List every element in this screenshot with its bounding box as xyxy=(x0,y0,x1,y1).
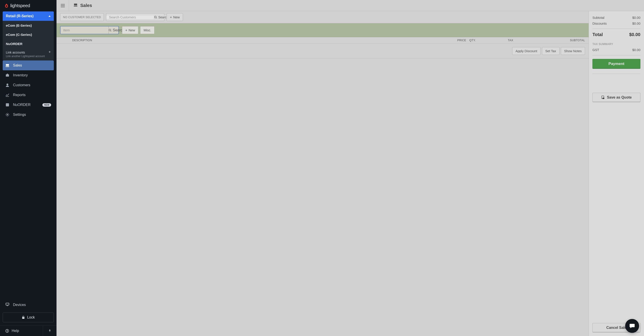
svg-point-4 xyxy=(6,83,8,85)
customer-search-button[interactable]: Search xyxy=(154,15,168,19)
svg-rect-10 xyxy=(22,317,24,319)
payment-button[interactable]: Payment xyxy=(592,59,640,69)
item-search-input[interactable] xyxy=(60,26,109,34)
th-tax: TAX xyxy=(482,39,513,42)
th-price: PRICE xyxy=(446,39,466,42)
svg-line-19 xyxy=(156,18,157,18)
logo-text: lightspeed xyxy=(10,3,30,8)
new-item-button[interactable]: + New xyxy=(122,26,138,34)
svg-point-20 xyxy=(109,29,111,31)
subtotal-value: $0.00 xyxy=(632,16,640,19)
misc-button[interactable]: Misc. xyxy=(140,26,154,34)
sidebar: lightspeed Retail (R-Series) eCom (E-Ser… xyxy=(0,0,56,336)
main: Sales NO CUSTOMER SELECTED Search + New xyxy=(56,0,644,336)
lightspeed-flame-icon xyxy=(4,3,9,8)
nav: Sales Inventory Customers Reports NuORDE… xyxy=(3,60,54,120)
topbar: Sales xyxy=(56,0,644,11)
series-option-nuorder[interactable]: NuORDER xyxy=(3,39,54,48)
sidebar-item-label: NuORDER xyxy=(13,103,30,107)
nuorder-icon xyxy=(6,103,10,107)
content: NO CUSTOMER SELECTED Search + New xyxy=(56,11,644,336)
th-description: DESCRIPTION xyxy=(72,39,446,42)
svg-rect-3 xyxy=(7,74,8,74)
lock-button[interactable]: Lock xyxy=(3,313,54,322)
svg-rect-0 xyxy=(6,64,9,66)
total-row: Total $0.00 xyxy=(592,31,640,38)
sidebar-item-label: Reports xyxy=(13,93,26,97)
caret-up-icon xyxy=(48,15,51,17)
user-icon xyxy=(6,83,10,87)
svg-point-18 xyxy=(154,16,156,18)
chart-icon xyxy=(6,93,10,97)
summary-panel: Subtotal $0.00 Discounts $0.00 Total $0.… xyxy=(588,11,644,336)
customer-search: Search xyxy=(106,13,164,21)
sidebar-item-label: Customers xyxy=(13,83,30,87)
save-quote-button[interactable]: Save as Quote xyxy=(592,93,640,102)
svg-line-21 xyxy=(110,31,111,31)
subtotal-row: Subtotal $0.00 xyxy=(592,15,640,20)
new-customer-button[interactable]: + New xyxy=(166,13,183,21)
chat-launcher[interactable] xyxy=(625,319,639,333)
sidebar-item-label: Inventory xyxy=(13,73,28,77)
quote-icon xyxy=(601,96,605,99)
register-icon xyxy=(74,3,78,8)
pin-button[interactable] xyxy=(43,326,56,336)
link-accounts[interactable]: Link accounts Link another Lightspeed ac… xyxy=(3,48,54,60)
svg-rect-16 xyxy=(74,3,77,5)
discounts-row: Discounts $0.00 xyxy=(592,20,640,26)
sidebar-item-customers[interactable]: Customers xyxy=(3,80,54,90)
tax-summary-header: TAX SUMMARY xyxy=(592,42,640,46)
gear-icon xyxy=(6,113,10,117)
chat-icon xyxy=(629,323,636,329)
sidebar-item-label: Sales xyxy=(13,63,22,67)
svg-rect-13 xyxy=(61,4,65,4)
sidebar-item-settings[interactable]: Settings xyxy=(3,110,54,120)
search-icon xyxy=(154,16,157,18)
customer-search-input[interactable] xyxy=(106,15,154,19)
sidebar-bottom: Devices Lock Help xyxy=(0,300,56,336)
sidebar-item-nuorder[interactable]: NuORDER NEW xyxy=(3,100,54,110)
sidebar-footer: Help xyxy=(0,326,56,336)
show-notes-button[interactable]: Show Notes xyxy=(561,47,585,55)
apply-discount-button[interactable]: Apply Discount xyxy=(512,47,541,55)
workarea: NO CUSTOMER SELECTED Search + New xyxy=(56,11,588,336)
menu-toggle[interactable] xyxy=(56,0,69,11)
plus-icon: + xyxy=(170,15,172,19)
help-icon xyxy=(6,329,9,333)
sidebar-item-label: Devices xyxy=(13,303,26,307)
sidebar-item-sales[interactable]: Sales xyxy=(3,60,54,70)
svg-point-7 xyxy=(7,114,8,115)
sidebar-item-devices[interactable]: Devices xyxy=(3,300,54,310)
plus-icon: + xyxy=(49,51,51,53)
th-qty: QTY. xyxy=(466,39,482,42)
set-tax-button[interactable]: Set Tax xyxy=(542,47,560,55)
page-title-wrap: Sales xyxy=(69,3,92,8)
sidebar-item-label: Settings xyxy=(13,113,26,117)
divider xyxy=(592,74,640,74)
sidebar-item-reports[interactable]: Reports xyxy=(3,90,54,100)
series-selected-label: Retail (R-Series) xyxy=(6,14,34,18)
series-option-ecom-e[interactable]: eCom (E-Series) xyxy=(3,21,54,30)
series-option-ecom-c[interactable]: eCom (C-Series) xyxy=(3,30,54,39)
series-selected[interactable]: Retail (R-Series) xyxy=(3,11,54,21)
hamburger-icon xyxy=(61,4,65,7)
pin-icon xyxy=(48,329,51,333)
customer-bar: NO CUSTOMER SELECTED Search + New xyxy=(56,11,588,23)
item-bar: Search + New Misc. xyxy=(56,23,588,37)
line-actions: Apply Discount Set Tax Show Notes xyxy=(56,44,588,58)
svg-rect-15 xyxy=(61,7,65,7)
sidebar-item-inventory[interactable]: Inventory xyxy=(3,70,54,80)
table-header: DESCRIPTION PRICE QTY. TAX SUBTOTAL xyxy=(56,37,588,44)
gst-value: $0.00 xyxy=(632,48,640,52)
discounts-value: $0.00 xyxy=(632,22,640,25)
page-title: Sales xyxy=(80,3,92,8)
gst-row: GST $0.00 xyxy=(592,47,640,53)
svg-rect-17 xyxy=(74,6,77,6)
total-value: $0.00 xyxy=(629,32,640,37)
help-button[interactable]: Help xyxy=(0,326,43,336)
logo[interactable]: lightspeed xyxy=(0,0,56,11)
item-search: Search xyxy=(60,26,119,34)
search-icon xyxy=(109,29,112,31)
register-icon xyxy=(6,63,10,67)
help-label: Help xyxy=(12,329,19,333)
